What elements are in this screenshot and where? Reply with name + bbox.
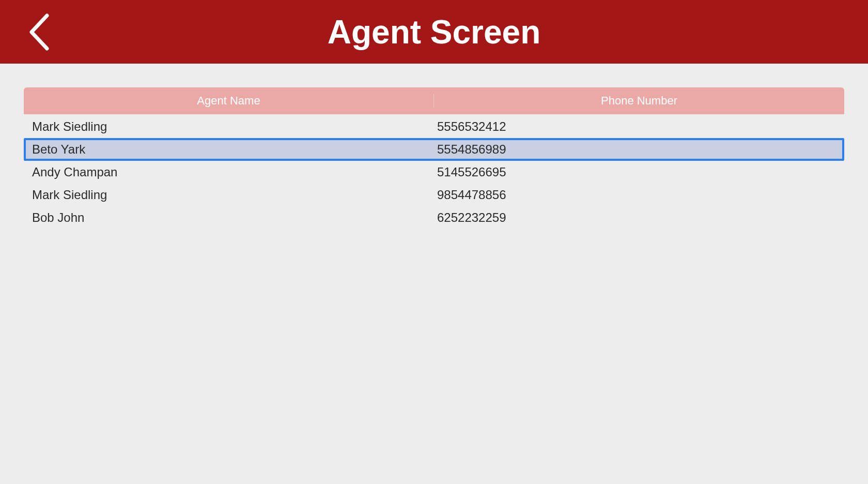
table-row[interactable]: Mark Siedling9854478856 — [24, 184, 844, 206]
table-row[interactable]: Andy Champan5145526695 — [24, 161, 844, 184]
back-button[interactable] — [26, 11, 52, 53]
cell-agent-name: Andy Champan — [32, 165, 437, 179]
cell-phone-number: 6252232259 — [437, 210, 842, 225]
chevron-left-icon — [27, 12, 50, 52]
cell-agent-name: Mark Siedling — [32, 188, 437, 202]
cell-agent-name: Mark Siedling — [32, 119, 437, 134]
cell-phone-number: 5556532412 — [437, 119, 842, 134]
table-row[interactable]: Bob John6252232259 — [24, 206, 844, 229]
column-header-phone[interactable]: Phone Number — [434, 94, 844, 108]
cell-phone-number: 5554856989 — [437, 142, 842, 157]
table-row[interactable]: Beto Yark5554856989 — [24, 138, 844, 161]
table-header: Agent Name Phone Number — [24, 87, 844, 114]
page-title: Agent Screen — [0, 13, 868, 51]
cell-agent-name: Beto Yark — [32, 142, 437, 157]
column-header-name[interactable]: Agent Name — [24, 94, 434, 108]
cell-agent-name: Bob John — [32, 210, 437, 225]
app-header: Agent Screen — [0, 0, 868, 64]
cell-phone-number: 5145526695 — [437, 165, 842, 179]
cell-phone-number: 9854478856 — [437, 188, 842, 202]
table-body: Mark Siedling5556532412Beto Yark55548569… — [24, 115, 844, 229]
content-area: Agent Name Phone Number Mark Siedling555… — [0, 64, 868, 229]
table-row[interactable]: Mark Siedling5556532412 — [24, 115, 844, 138]
